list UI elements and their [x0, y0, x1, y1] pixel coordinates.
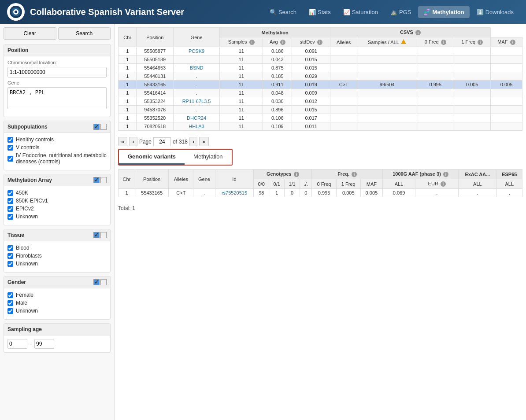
table-row[interactable]: 1 55433165 . 11 0.911 0.019 C>T 99/504 0… — [119, 81, 522, 89]
age-min-input[interactable] — [7, 339, 27, 349]
cell-samples-all — [357, 106, 417, 114]
gender-toggle[interactable]: ✓ — [93, 279, 107, 285]
cell-chr: 1 — [119, 64, 137, 72]
gender-unknown-checkbox[interactable] — [7, 308, 13, 314]
subpop-toggle[interactable]: ✓ — [93, 124, 107, 130]
content-area: Chr Position Gene Methylation CSVS i Sam… — [115, 24, 526, 420]
nav-stats[interactable]: 📊 Stats — [304, 6, 336, 18]
variant-id-link[interactable]: rs75520515 — [222, 190, 247, 195]
table-row[interactable]: 1 55416414 . 11 0.048 0.009 — [119, 89, 522, 97]
col-avg: Avg i — [263, 37, 292, 47]
sidebar: Clear Search Position Chromosomal locati… — [0, 24, 115, 420]
tissue-check-all[interactable]: ✓ — [93, 232, 100, 238]
cell-alleles — [330, 55, 357, 64]
cell-stddev: 0.019 — [292, 81, 330, 89]
table-row[interactable]: 1 55446131 . 11 0.185 0.029 — [119, 72, 522, 81]
gender-female-checkbox[interactable] — [7, 292, 13, 298]
table-row[interactable]: 1 70820518 HHLA3 11 0.109 0.011 — [119, 122, 522, 131]
cell-freq1 — [454, 114, 490, 122]
pg-last[interactable]: » — [199, 137, 208, 146]
gender-male-checkbox[interactable] — [7, 300, 13, 306]
tissue-fibroblasts-checkbox[interactable] — [7, 253, 13, 259]
table-row[interactable]: 1 55505189 . 11 0.043 0.015 — [119, 55, 522, 64]
freq-label: Freq. — [337, 171, 349, 177]
tissue-unknown-checkbox[interactable] — [7, 261, 13, 267]
bt-cell-gg11: 0 — [285, 189, 300, 197]
gene-input[interactable] — [7, 87, 107, 109]
pg-first[interactable]: « — [118, 137, 127, 146]
table-row[interactable]: 1 94587076 . 11 0.896 0.015 — [119, 106, 522, 114]
age-max-input[interactable] — [34, 339, 54, 349]
nav-stats-label: Stats — [318, 9, 331, 15]
bottom-scrollbar[interactable] — [118, 197, 522, 203]
nav-methylation[interactable]: 🧬 Methylation — [418, 6, 469, 18]
btcol-chr: Chr — [119, 169, 135, 189]
cell-maf — [491, 89, 522, 97]
pg-prev[interactable]: ‹ — [129, 137, 137, 146]
gene-link[interactable]: RP11-67L3.5 — [182, 99, 211, 104]
search-button[interactable]: Search — [58, 27, 111, 40]
array-450k-checkbox[interactable] — [7, 190, 13, 196]
total-count: Total: 1 — [118, 205, 522, 211]
array-850k-checkbox[interactable] — [7, 198, 13, 204]
logo — [7, 3, 25, 21]
gender-uncheck-all[interactable] — [100, 279, 107, 285]
bottom-table-row[interactable]: 1 55433165 C>T . rs75520515 98 1 0 0 0.9… — [119, 189, 522, 197]
tab-genomic-variants[interactable]: Genomic variants — [119, 150, 185, 165]
tab-methylation-label: Methylation — [193, 153, 222, 160]
array-toggle[interactable]: ✓ — [93, 177, 107, 183]
page-input[interactable] — [153, 137, 171, 146]
btcol-0freq: 0 Freq — [312, 179, 336, 189]
table-row[interactable]: 1 55505877 PCSK9 11 0.186 0.091 — [119, 47, 522, 55]
cell-avg: 0.043 — [263, 55, 292, 64]
position-section-body: Chromosomal location: Gene: — [4, 56, 110, 117]
bt-cell-chr: 1 — [119, 189, 135, 197]
methylation-array-title: Methylation Array — [7, 177, 52, 183]
cell-freq0 — [417, 114, 454, 122]
subpop-uncheck-all[interactable] — [100, 124, 107, 130]
table-row[interactable]: 1 55352520 DHCR24 11 0.106 0.017 — [119, 114, 522, 122]
page-of: of — [173, 139, 177, 145]
table-row[interactable]: 1 55464653 BSND 11 0.875 0.015 — [119, 64, 522, 72]
nav-pgs[interactable]: ⛰️ PGS — [385, 6, 416, 18]
cell-samples: 11 — [220, 72, 263, 81]
cell-gene: PCSK9 — [174, 47, 220, 55]
subpop-healthy-controls-checkbox[interactable] — [7, 137, 13, 143]
table-row[interactable]: 1 55353224 RP11-67L3.5 11 0.030 0.012 — [119, 97, 522, 106]
tissue-toggle[interactable]: ✓ — [93, 232, 107, 238]
array-check-all[interactable]: ✓ — [93, 177, 100, 183]
gender-check-all[interactable]: ✓ — [93, 279, 100, 285]
array-unknown-checkbox[interactable] — [7, 214, 13, 220]
main-layout: Clear Search Position Chromosomal locati… — [0, 24, 526, 420]
nav-search[interactable]: 🔍 Search — [264, 6, 302, 18]
cell-samples-all — [357, 55, 417, 64]
gender-body: Female Male Unknown — [4, 288, 110, 319]
nav-saturation[interactable]: 📈 Saturation — [338, 6, 383, 18]
subpop-check-all[interactable]: ✓ — [93, 124, 100, 130]
btcol-1freq: 1 Freq — [336, 179, 360, 189]
subpop-v-controls-checkbox[interactable] — [7, 145, 13, 151]
gene-link[interactable]: HHLA3 — [189, 124, 204, 129]
gene-link[interactable]: BSND — [190, 65, 204, 70]
cell-samples-all — [357, 47, 417, 55]
chromosomal-location-input[interactable] — [7, 67, 107, 77]
gender-male: Male — [7, 300, 107, 306]
gene-link[interactable]: PCSK9 — [189, 48, 204, 54]
nav-pgs-label: PGS — [399, 9, 411, 15]
tissue-uncheck-all[interactable] — [100, 232, 107, 238]
pie-icon: 📊 — [309, 9, 316, 15]
clear-button[interactable]: Clear — [4, 27, 56, 40]
tab-methylation[interactable]: Methylation — [185, 150, 231, 165]
col-1freq: 1 Freq i — [454, 37, 490, 47]
pg-next[interactable]: › — [189, 137, 197, 146]
gene-link[interactable]: DHCR24 — [187, 115, 206, 121]
subpop-healthy-controls: Healthy controls — [7, 136, 107, 143]
tissue-blood-checkbox[interactable] — [7, 245, 13, 251]
nav-downloads[interactable]: ⬇️ Downloads — [471, 6, 519, 18]
array-uncheck-all[interactable] — [100, 177, 107, 183]
header: Collaborative Spanish Variant Server 🔍 S… — [0, 0, 526, 24]
cell-avg: 0.106 — [263, 114, 292, 122]
array-epicv2-checkbox[interactable] — [7, 206, 13, 212]
subpop-iv-endocrine-checkbox[interactable] — [7, 156, 13, 162]
cell-gene: HHLA3 — [174, 122, 220, 131]
